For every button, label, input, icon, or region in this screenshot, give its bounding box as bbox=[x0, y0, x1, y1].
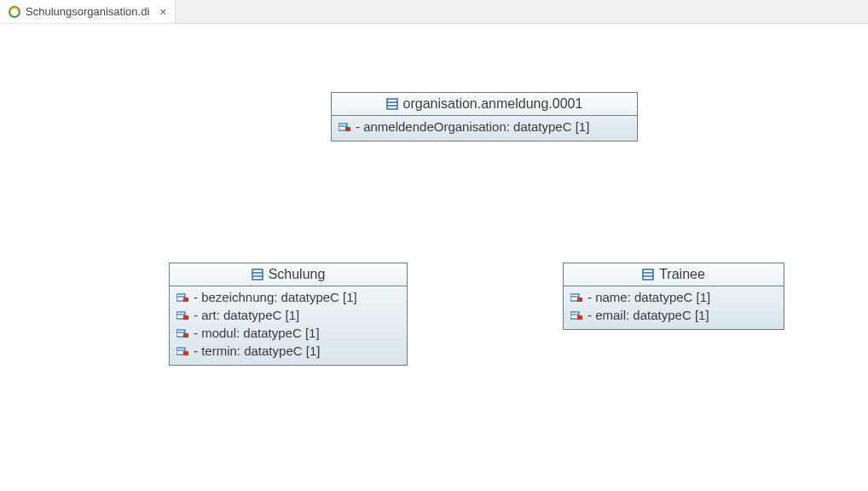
class-body: - anmeldendeOrganisation: datatypeC [1] bbox=[332, 116, 637, 141]
class-title-text: organisation.anmeldung.0001 bbox=[403, 96, 583, 112]
property-icon bbox=[176, 346, 188, 356]
close-icon[interactable]: × bbox=[159, 5, 166, 19]
svg-rect-27 bbox=[577, 297, 582, 302]
property-icon bbox=[176, 292, 188, 303]
class-organisation[interactable]: organisation.anmeldung.0001 - anmeldende… bbox=[331, 92, 638, 142]
attribute-text: - modul: datatypeC [1] bbox=[194, 326, 320, 340]
attribute-row[interactable]: - modul: datatypeC [1] bbox=[175, 324, 402, 342]
attribute-text: - email: datatypeC [1] bbox=[587, 308, 709, 322]
class-title-text: Schulung bbox=[269, 267, 326, 282]
class-title: Trainee bbox=[564, 263, 784, 286]
svg-rect-22 bbox=[643, 269, 653, 280]
tab-bar: Schulungsorganisation.di × bbox=[0, 0, 868, 24]
attribute-row[interactable]: - email: datatypeC [1] bbox=[569, 306, 778, 324]
tab-active[interactable]: Schulungsorganisation.di × bbox=[0, 0, 176, 23]
property-icon bbox=[570, 310, 582, 321]
class-icon bbox=[386, 98, 398, 110]
property-icon bbox=[176, 328, 188, 338]
attribute-row[interactable]: - anmeldendeOrganisation: datatypeC [1] bbox=[337, 118, 632, 136]
svg-rect-21 bbox=[183, 351, 188, 355]
class-title-text: Trainee bbox=[659, 267, 705, 282]
svg-rect-18 bbox=[183, 333, 188, 338]
attribute-row[interactable]: - name: datatypeC [1] bbox=[569, 288, 778, 306]
svg-rect-30 bbox=[577, 315, 582, 320]
tab-label: Schulungsorganisation.di bbox=[26, 5, 149, 18]
attribute-row[interactable]: - termin: datatypeC [1] bbox=[175, 342, 402, 360]
attribute-text: - bezeichnung: datatypeC [1] bbox=[194, 290, 357, 304]
attribute-text: - art: datatypeC [1] bbox=[194, 308, 299, 322]
property-icon bbox=[176, 310, 188, 321]
class-icon bbox=[252, 269, 263, 280]
class-icon bbox=[642, 269, 654, 280]
svg-rect-6 bbox=[345, 127, 350, 131]
svg-rect-1 bbox=[387, 99, 397, 109]
property-icon bbox=[570, 292, 582, 303]
attribute-row[interactable]: - bezeichnung: datatypeC [1] bbox=[175, 288, 402, 306]
class-title: organisation.anmeldung.0001 bbox=[332, 93, 637, 116]
attribute-text: - name: datatypeC [1] bbox=[587, 290, 710, 304]
class-body: - name: datatypeC [1] - email: datatypeC… bbox=[564, 286, 784, 329]
attribute-row[interactable]: - art: datatypeC [1] bbox=[175, 306, 402, 324]
svg-rect-12 bbox=[183, 297, 188, 302]
svg-rect-7 bbox=[252, 269, 263, 280]
diagram-canvas[interactable]: organisation.anmeldung.0001 - anmeldende… bbox=[0, 24, 868, 491]
attribute-text: - anmeldendeOrganisation: datatypeC [1] bbox=[356, 119, 589, 134]
file-icon bbox=[9, 6, 20, 18]
attribute-text: - termin: datatypeC [1] bbox=[194, 344, 320, 358]
class-schulung[interactable]: Schulung - bezeichnung: datatypeC [1] - … bbox=[169, 263, 408, 366]
class-body: - bezeichnung: datatypeC [1] - art: data… bbox=[170, 286, 407, 365]
class-trainee[interactable]: Trainee - name: datatypeC [1] - email: d… bbox=[563, 263, 784, 330]
class-title: Schulung bbox=[170, 263, 407, 286]
svg-rect-15 bbox=[183, 315, 188, 320]
property-icon bbox=[339, 122, 350, 132]
